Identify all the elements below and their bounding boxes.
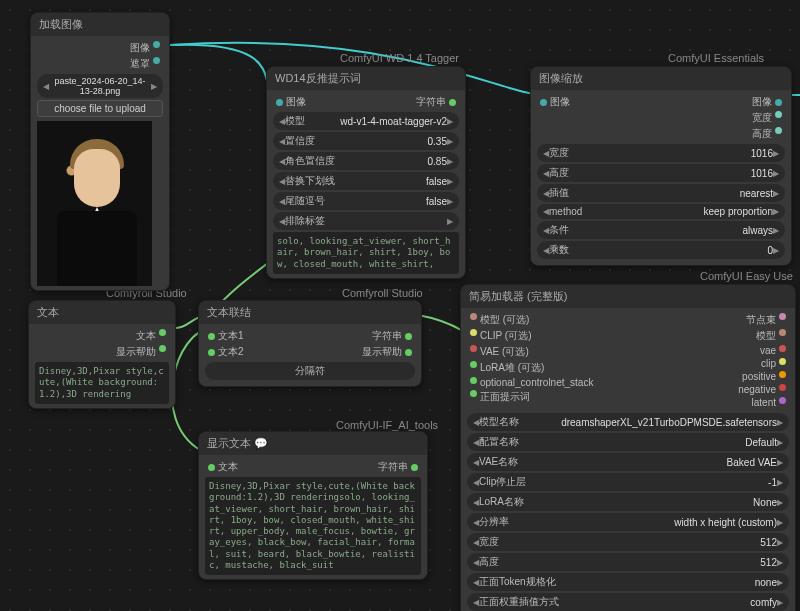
arrow-right-icon[interactable]: ▶	[773, 149, 779, 158]
arrow-right-icon[interactable]: ▶	[773, 169, 779, 178]
node-title[interactable]: 文本	[29, 301, 175, 324]
node-title[interactable]: 图像缩放	[531, 67, 791, 90]
param-widget[interactable]: ◀ 乘数 0 ▶	[537, 241, 785, 259]
param-widget[interactable]: ◀ Clip停止层 -1 ▶	[467, 473, 789, 491]
node-title[interactable]: WD14反推提示词	[267, 67, 465, 90]
port-out[interactable]: clip	[738, 357, 789, 370]
node-title[interactable]: 简易加载器 (完整版)	[461, 285, 795, 308]
param-widget[interactable]: ◀ LoRA名称 None ▶	[467, 493, 789, 511]
arrow-right-icon[interactable]: ▶	[447, 117, 453, 126]
category-if-ai-tools: ComfyUI-IF_AI_tools	[336, 419, 438, 431]
node-title[interactable]: 显示文本 💬	[199, 432, 427, 455]
port-in[interactable]: 模型 (可选)	[467, 312, 738, 328]
port-width-out[interactable]: 宽度	[537, 110, 785, 126]
port-help-out[interactable]: 显示帮助	[35, 344, 169, 360]
port-out[interactable]: 模型	[738, 328, 789, 344]
node-load-image[interactable]: 加载图像 图像 遮罩 ◀paste_2024-06-20_14-13-28.pn…	[30, 12, 170, 291]
category-comfyroll-2: Comfyroll Studio	[342, 287, 423, 299]
arrow-right-icon[interactable]: ▶	[773, 207, 779, 216]
image-preview	[37, 121, 152, 286]
arrow-right-icon[interactable]: ▶	[777, 418, 783, 427]
arrow-right-icon[interactable]: ▶	[777, 598, 783, 607]
text-value[interactable]: Disney,3D,Pixar style,cute,(White backgr…	[35, 362, 169, 404]
separator-widget[interactable]: 分隔符	[205, 362, 415, 380]
arrow-right-icon[interactable]: ▶	[447, 137, 453, 146]
param-widget[interactable]: ◀ 分辨率 width x height (custom) ▶	[467, 513, 789, 531]
port-height-out[interactable]: 高度	[537, 126, 785, 142]
param-widget[interactable]: ◀ 替换下划线 false ▶	[273, 172, 459, 190]
filename-widget[interactable]: ◀paste_2024-06-20_14-13-28.png▶	[37, 74, 163, 98]
param-widget[interactable]: ◀ 尾随逗号 false ▶	[273, 192, 459, 210]
port-text2-in[interactable]: 文本2	[205, 345, 244, 359]
category-essentials: ComfyUI Essentials	[668, 52, 764, 64]
port-string-out[interactable]: 字符串	[372, 329, 415, 343]
category-easy-use: ComfyUI Easy Use	[700, 270, 793, 282]
port-out[interactable]: 节点束	[738, 312, 789, 328]
arrow-right-icon[interactable]: ▶	[777, 578, 783, 587]
param-widget[interactable]: ◀ 条件 always ▶	[537, 221, 785, 239]
arrow-right-icon[interactable]: ▶	[777, 538, 783, 547]
node-image-scale[interactable]: 图像缩放 图像 图像 宽度 高度 ◀ 宽度 1016 ▶ ◀ 高度 1016 ▶…	[530, 66, 792, 266]
node-text[interactable]: 文本 文本 显示帮助 Disney,3D,Pixar style,cute,(W…	[28, 300, 176, 409]
arrow-right-icon[interactable]: ▶	[777, 478, 783, 487]
param-widget[interactable]: ◀ 排除标签 ▶	[273, 212, 459, 230]
arrow-right-icon[interactable]: ▶	[777, 458, 783, 467]
port-image-out[interactable]: 图像	[752, 95, 785, 109]
arrow-right-icon[interactable]: ▶	[773, 226, 779, 235]
port-in[interactable]: 正面提示词	[467, 389, 738, 405]
port-image-in[interactable]: 图像	[273, 95, 306, 109]
param-widget[interactable]: ◀ 宽度 512 ▶	[467, 533, 789, 551]
wd14-output-text: solo, looking_at_viewer, short_hair, bro…	[273, 232, 459, 274]
port-string-out[interactable]: 字符串	[416, 95, 459, 109]
param-widget[interactable]: ◀ VAE名称 Baked VAE ▶	[467, 453, 789, 471]
arrow-right-icon[interactable]: ▶	[773, 189, 779, 198]
port-text-in[interactable]: 文本	[205, 460, 238, 474]
port-in[interactable]: CLIP (可选)	[467, 328, 738, 344]
param-widget[interactable]: ◀ 高度 1016 ▶	[537, 164, 785, 182]
port-out[interactable]: positive	[738, 370, 789, 383]
node-text-concat[interactable]: 文本联结 文本1 字符串 文本2 显示帮助 分隔符	[198, 300, 422, 387]
port-image-out[interactable]: 图像	[37, 40, 163, 56]
port-string-out[interactable]: 字符串	[378, 460, 421, 474]
param-widget[interactable]: ◀ 模型 wd-v1-4-moat-tagger-v2 ▶	[273, 112, 459, 130]
arrow-right-icon[interactable]: ▶	[447, 217, 453, 226]
param-widget[interactable]: ◀ 宽度 1016 ▶	[537, 144, 785, 162]
choose-file-button[interactable]: choose file to upload	[37, 100, 163, 117]
node-show-text[interactable]: 显示文本 💬 文本 字符串 Disney,3D,Pixar style,cute…	[198, 431, 428, 580]
arrow-right-icon[interactable]: ▶	[777, 438, 783, 447]
param-widget[interactable]: ◀ 模型名称 dreamshaperXL_v21TurboDPMSDE.safe…	[467, 413, 789, 431]
port-image-in[interactable]: 图像	[537, 95, 570, 109]
port-row: 图像 字符串	[273, 94, 459, 110]
port-out[interactable]: latent	[738, 396, 789, 409]
param-widget[interactable]: ◀ 配置名称 Default ▶	[467, 433, 789, 451]
param-widget[interactable]: ◀ 正面权重插值方式 comfy ▶	[467, 593, 789, 611]
node-wd14-tagger[interactable]: WD14反推提示词 图像 字符串 ◀ 模型 wd-v1-4-moat-tagge…	[266, 66, 466, 279]
param-widget[interactable]: ◀ 置信度 0.35 ▶	[273, 132, 459, 150]
param-widget[interactable]: ◀ 正面Token规格化 none ▶	[467, 573, 789, 591]
port-help-out[interactable]: 显示帮助	[362, 345, 415, 359]
param-widget[interactable]: ◀ 高度 512 ▶	[467, 553, 789, 571]
port-out[interactable]: negative	[738, 383, 789, 396]
port-mask-out[interactable]: 遮罩	[37, 56, 163, 72]
arrow-right-icon[interactable]: ▶	[777, 498, 783, 507]
category-wd-tagger: ComfyUI WD 1.4 Tagger	[340, 52, 459, 64]
arrow-right-icon[interactable]: ▶	[447, 197, 453, 206]
arrow-right-icon[interactable]: ▶	[447, 177, 453, 186]
param-widget[interactable]: ◀ 角色置信度 0.85 ▶	[273, 152, 459, 170]
param-widget[interactable]: ◀ method keep proportion ▶	[537, 204, 785, 219]
node-title[interactable]: 加载图像	[31, 13, 169, 36]
node-easy-loader[interactable]: 简易加载器 (完整版) 模型 (可选)CLIP (可选)VAE (可选)LoRA…	[460, 284, 796, 611]
port-text1-in[interactable]: 文本1	[205, 329, 244, 343]
node-title[interactable]: 文本联结	[199, 301, 421, 324]
port-in[interactable]: optional_controlnet_stack	[467, 376, 738, 389]
arrow-right-icon[interactable]: ▶	[777, 558, 783, 567]
show-text-value: Disney,3D,Pixar style,cute,(White backgr…	[205, 477, 421, 575]
port-in[interactable]: LoRA堆 (可选)	[467, 360, 738, 376]
arrow-right-icon[interactable]: ▶	[447, 157, 453, 166]
arrow-right-icon[interactable]: ▶	[773, 246, 779, 255]
port-in[interactable]: VAE (可选)	[467, 344, 738, 360]
arrow-right-icon[interactable]: ▶	[777, 518, 783, 527]
param-widget[interactable]: ◀ 插值 nearest ▶	[537, 184, 785, 202]
port-text-out[interactable]: 文本	[35, 328, 169, 344]
port-out[interactable]: vae	[738, 344, 789, 357]
